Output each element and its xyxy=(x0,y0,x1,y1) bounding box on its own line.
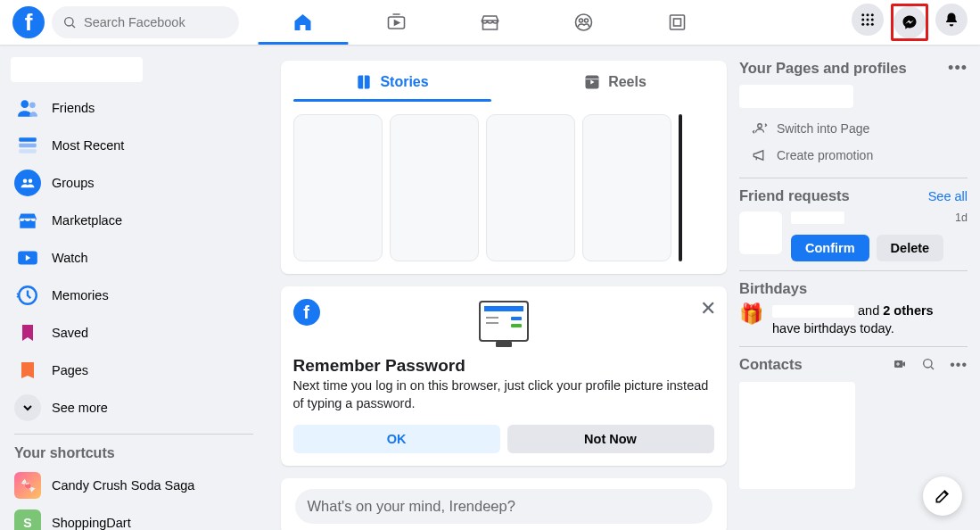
story-tabs: Stories Reels xyxy=(281,61,727,102)
shortcuts-title: Your shortcuts xyxy=(7,442,260,467)
compose-card: What's on your mind, Irendeep? xyxy=(281,478,727,530)
bell-icon xyxy=(943,12,959,28)
friend-name[interactable] xyxy=(791,211,844,224)
nav-marketplace[interactable]: Marketplace xyxy=(7,202,260,239)
page-card[interactable] xyxy=(739,85,853,108)
recent-icon xyxy=(14,132,41,159)
search-box[interactable] xyxy=(52,6,239,38)
tab-watch[interactable] xyxy=(350,0,443,45)
top-header: f xyxy=(0,0,980,45)
delete-button[interactable]: Delete xyxy=(877,235,944,261)
pages-title: Your Pages and profiles xyxy=(739,60,907,77)
svg-rect-20 xyxy=(19,137,37,141)
nav-see-more[interactable]: See more xyxy=(7,389,260,426)
shortcut-candy-crush[interactable]: 🍬 Candy Crush Soda Saga xyxy=(7,467,260,504)
not-now-button[interactable]: Not Now xyxy=(507,425,714,453)
create-promo-link[interactable]: Create promotion xyxy=(739,142,968,169)
search-input[interactable] xyxy=(84,15,228,29)
svg-point-24 xyxy=(29,179,33,184)
compose-input[interactable]: What's on your mind, Irendeep? xyxy=(295,489,712,524)
nav-label: Pages xyxy=(52,363,88,377)
tab-groups[interactable] xyxy=(537,0,630,45)
shoppingdart-icon: S xyxy=(14,509,41,530)
contact-card[interactable] xyxy=(739,382,855,489)
profile-card[interactable] xyxy=(11,57,143,82)
nav-groups[interactable]: Groups xyxy=(7,164,260,202)
switch-page-link[interactable]: Switch into Page xyxy=(739,115,968,142)
menu-button[interactable] xyxy=(852,4,884,36)
stories-label: Stories xyxy=(380,74,428,90)
stories-icon xyxy=(355,73,373,91)
prompt-actions: OK Not Now xyxy=(293,425,714,453)
birthday-name xyxy=(772,305,854,318)
edit-fab[interactable] xyxy=(923,476,962,516)
nav-most-recent[interactable]: Most Recent xyxy=(7,127,260,164)
tab-gaming[interactable] xyxy=(630,0,724,45)
prompt-body: Next time you log in on this browser, ju… xyxy=(293,377,714,412)
svg-point-23 xyxy=(23,179,28,184)
friends-icon xyxy=(14,95,41,121)
pages-header: Your Pages and profiles ••• xyxy=(739,59,968,78)
close-icon[interactable]: ✕ xyxy=(700,297,716,320)
svg-point-4 xyxy=(576,14,592,30)
gift-icon: 🎁 xyxy=(739,302,763,326)
nav-label: Friends xyxy=(52,101,95,115)
birthdays-title: Birthdays xyxy=(739,280,807,296)
svg-point-5 xyxy=(580,19,583,22)
groups-nav-icon xyxy=(14,170,41,196)
shortcut-shoppingdart[interactable]: S ShoppingDart xyxy=(7,504,260,530)
reels-label: Reels xyxy=(608,74,646,90)
story-item[interactable] xyxy=(582,114,671,261)
svg-point-15 xyxy=(861,23,864,26)
story-item[interactable] xyxy=(679,114,682,261)
tab-reels[interactable]: Reels xyxy=(504,61,727,102)
story-item[interactable] xyxy=(390,114,479,261)
nav-pages[interactable]: Pages xyxy=(7,352,260,389)
nav-label: Watch xyxy=(52,251,88,265)
memories-icon xyxy=(14,282,41,309)
svg-point-10 xyxy=(867,13,869,16)
more-icon[interactable]: ••• xyxy=(948,59,968,78)
nav-watch[interactable]: Watch xyxy=(7,239,260,277)
nav-memories[interactable]: Memories xyxy=(7,277,260,314)
confirm-button[interactable]: Confirm xyxy=(791,235,869,261)
tab-home[interactable] xyxy=(256,0,350,45)
messenger-button[interactable] xyxy=(894,6,926,38)
svg-point-18 xyxy=(21,100,29,108)
right-divider xyxy=(739,346,968,347)
svg-point-29 xyxy=(758,124,762,128)
grid-icon xyxy=(860,12,876,28)
notifications-button[interactable] xyxy=(935,4,968,36)
tab-marketplace[interactable] xyxy=(443,0,537,45)
svg-point-13 xyxy=(867,19,869,21)
search-contacts-icon[interactable] xyxy=(921,357,935,371)
nav-label: Memories xyxy=(52,288,109,302)
story-row[interactable] xyxy=(281,102,727,274)
nav-friends[interactable]: Friends xyxy=(7,89,260,127)
remember-password-card: ✕ f Remember Password Next time you log … xyxy=(281,286,727,466)
svg-point-31 xyxy=(924,359,932,367)
see-all-link[interactable]: See all xyxy=(928,189,968,203)
svg-rect-22 xyxy=(19,149,37,153)
story-item[interactable] xyxy=(486,114,575,261)
svg-point-12 xyxy=(861,19,864,21)
nav-saved[interactable]: Saved xyxy=(7,314,260,352)
contacts-actions: ••• xyxy=(893,357,968,373)
avatar[interactable] xyxy=(739,211,782,254)
svg-line-32 xyxy=(931,367,934,369)
prompt-title: Remember Password xyxy=(293,356,714,376)
facebook-logo[interactable]: f xyxy=(12,6,45,38)
birthday-row[interactable]: 🎁 and 2 othershave birthdays today. xyxy=(739,302,968,337)
story-item[interactable] xyxy=(293,114,383,261)
friend-request-row: 1d Confirm Delete xyxy=(739,211,968,261)
svg-rect-21 xyxy=(19,144,37,147)
prompt-graphic xyxy=(293,326,714,344)
ok-button[interactable]: OK xyxy=(293,425,500,453)
watch-nav-icon xyxy=(14,244,41,271)
tab-stories[interactable]: Stories xyxy=(281,61,504,102)
friend-requests-title: Friend requests xyxy=(739,187,850,204)
svg-line-1 xyxy=(72,25,75,28)
new-room-icon[interactable] xyxy=(893,357,907,371)
contacts-more-icon[interactable]: ••• xyxy=(950,357,968,373)
nav-label: Marketplace xyxy=(52,213,122,228)
